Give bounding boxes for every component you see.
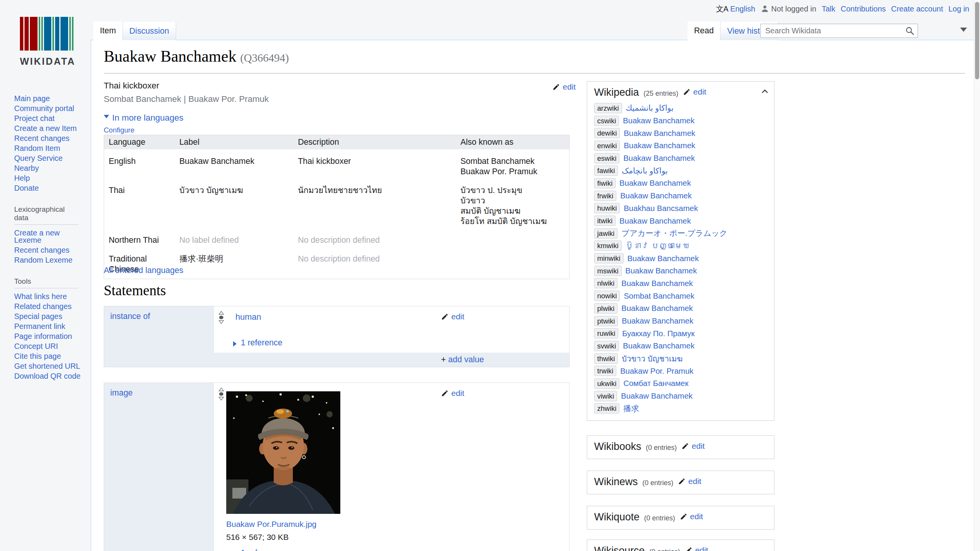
sidebar-link[interactable]: Random Item (14, 144, 60, 152)
sidebar-link[interactable]: Help (14, 174, 30, 182)
talk-link[interactable]: Talk (822, 5, 835, 13)
sitelink-title-link[interactable]: بواكاو بانشميك (626, 103, 674, 113)
sidebar-link[interactable]: Page information (14, 332, 72, 340)
sitelink-title-link[interactable]: Sombat Banchamek (624, 291, 694, 301)
sitelink-title-link[interactable]: Buakaw Banchamek (624, 129, 695, 138)
rank-selector-icon[interactable] (218, 311, 224, 326)
edit-sitelinks-button[interactable]: edit (680, 512, 703, 521)
sitelink-title-link[interactable]: Buakaw Banchamek (623, 116, 694, 125)
sitelink-title-link[interactable]: بواکاو بانچامک (622, 166, 668, 175)
rank-selector-icon[interactable] (218, 387, 224, 402)
sidebar-link[interactable]: Nearby (14, 164, 39, 172)
in-more-languages-toggle[interactable]: In more languages (104, 113, 183, 123)
sitelink-title-link[interactable]: Buakaw Banchamek (621, 391, 693, 401)
scrollbar-thumb[interactable] (975, 2, 979, 79)
tab-discussion[interactable]: Discussion (122, 22, 176, 40)
sitelink-title-link[interactable]: Buakaw Banchamek (620, 191, 692, 200)
edit-sitelinks-button[interactable]: edit (678, 477, 701, 486)
sitelink-title-link[interactable]: บัวขาว บัญชาเมฆ (622, 352, 683, 365)
sitelink-title-link[interactable]: Buakaw Banchamek (624, 141, 695, 150)
sidebar-item: Concept URI (14, 343, 85, 350)
sitelink-title-link[interactable]: Буакхау По. Прамук (622, 329, 694, 338)
wikidata-logo[interactable]: WIKIDATA (20, 17, 74, 67)
log-in-link[interactable]: Log in (949, 5, 970, 13)
sidebar-link[interactable]: Concept URI (14, 342, 58, 350)
sidebar-link[interactable]: Download QR code (14, 372, 80, 380)
all-entered-languages-link[interactable]: All entered languages (104, 266, 183, 275)
sidebar-link[interactable]: Related changes (14, 302, 72, 311)
wiki-code-badge: nlwiki (594, 278, 617, 288)
sitelink-row: svwiki Buakaw Banchamek (594, 340, 767, 352)
sitelink-title-link[interactable]: Buakaw Banchamek (619, 178, 691, 188)
sitelink-title-link[interactable]: Buakaw Banchamek (622, 316, 693, 325)
wikidata-wordmark: WIKIDATA (20, 56, 74, 67)
terms-table: Language Label Description Also known as… (104, 135, 570, 279)
sidebar-link[interactable]: Main page (14, 94, 50, 103)
sitelink-title-link[interactable]: Buakaw Banchamek (619, 216, 691, 226)
sidebar-link[interactable]: Project chat (14, 114, 55, 123)
sitelink-row: kmwiki ប៊ូខាវ បញ្ចាមេឃ (594, 240, 767, 252)
statement-group-instance-of: instance of human edit 1 reference +add … (104, 306, 570, 367)
edit-terms-button[interactable]: edit (552, 82, 576, 92)
sitelink-title-link[interactable]: Buakhau Bancsamek (624, 204, 698, 213)
sidebar-link[interactable]: Create a new Item (14, 124, 77, 132)
edit-sitelinks-button[interactable]: edit (681, 441, 705, 451)
sitelink-title-link[interactable]: Buakaw Por. Pramuk (620, 366, 693, 376)
statement-value-link[interactable]: human (235, 312, 261, 322)
references-toggle[interactable]: 1 reference (233, 548, 283, 551)
edit-statement-button[interactable]: edit (441, 312, 464, 321)
scrollbar-track[interactable] (974, 0, 980, 551)
property-link-instance-of[interactable]: instance of (110, 312, 150, 321)
sitelink-title-link[interactable]: Buakaw Banchamek (623, 341, 694, 350)
edit-statement-button[interactable]: edit (441, 389, 464, 398)
sidebar-link[interactable]: Random Lexeme (14, 256, 72, 264)
more-menu-caret-icon[interactable] (960, 28, 967, 32)
expand-caret-icon (233, 341, 239, 347)
sidebar-link[interactable]: Recent changes (14, 246, 70, 254)
sidebar-link[interactable]: Special pages (14, 312, 62, 320)
search-input[interactable] (760, 24, 918, 38)
add-value-button[interactable]: +add value (441, 355, 484, 365)
sidebar-link[interactable]: Query Service (14, 154, 63, 162)
sitelink-title-link[interactable]: Buakaw Banchamek (621, 304, 693, 313)
sidebar-link[interactable]: Get shortened URL (14, 362, 80, 370)
statement-group-image: image edit (104, 383, 570, 551)
property-link-image[interactable]: image (110, 388, 133, 397)
sidebar-link[interactable]: What links here (14, 292, 67, 301)
edit-sitelinks-button[interactable]: edit (683, 87, 706, 96)
references-toggle[interactable]: 1 reference (233, 338, 283, 348)
sidebar-link[interactable]: Community portal (14, 104, 74, 113)
tab-discussion-link[interactable]: Discussion (129, 26, 169, 36)
create-account-link[interactable]: Create account (891, 5, 943, 13)
sidebar-link[interactable]: Create a new Lexeme (14, 229, 60, 244)
sidebar-group-title: Lexicographical data (14, 205, 78, 225)
sitelink-row: ruwiki Буакхау По. Прамук (594, 327, 767, 340)
ui-language-switcher[interactable]: 文A English (716, 4, 755, 14)
sitelink-title-link[interactable]: ブアカーオ・ポー.プラムック (621, 228, 727, 239)
tab-item[interactable]: Item (93, 21, 122, 40)
image-file-link[interactable]: Buakaw Por.Puramuk.jpg (226, 520, 317, 529)
sitelink-title-link[interactable]: Buakaw Banchamek (627, 254, 699, 263)
alias-line: Buakaw Por. Pramuk (461, 167, 565, 177)
configure-link[interactable]: Configure (104, 126, 134, 134)
col-header-label: Label (175, 135, 293, 150)
sitelink-title-link[interactable]: Buakaw Banchamek (623, 154, 695, 163)
statement-image-thumbnail[interactable] (226, 391, 340, 514)
tab-read[interactable]: Read (688, 21, 720, 40)
sidebar-link[interactable]: Donate (14, 184, 39, 192)
contributions-link[interactable]: Contributions (841, 5, 886, 13)
sitelink-title-link[interactable]: Сомбат Банчамек (623, 379, 688, 388)
sitelink-title-link[interactable]: 播求 (623, 403, 639, 414)
sidebar-link[interactable]: Cite this page (14, 352, 61, 360)
search-form (760, 24, 918, 38)
sitelink-title-link[interactable]: ប៊ូខាវ បញ្ចាមេឃ (626, 241, 691, 250)
sitelink-title-link[interactable]: Buakaw Banchamek (621, 279, 693, 288)
sidebar-link[interactable]: Permanent link (14, 322, 65, 330)
logo-bar (41, 17, 43, 51)
edit-sitelinks-button[interactable]: edit (685, 546, 708, 551)
sidebar-link[interactable]: Recent changes (14, 134, 70, 142)
sitelink-title-link[interactable]: Buakaw Banchamek (626, 266, 697, 275)
sitelink-group-wikiquote: Wikiquote (0 entries) edit (587, 506, 774, 530)
collapse-section-icon[interactable] (761, 88, 769, 97)
search-icon[interactable] (905, 26, 915, 37)
